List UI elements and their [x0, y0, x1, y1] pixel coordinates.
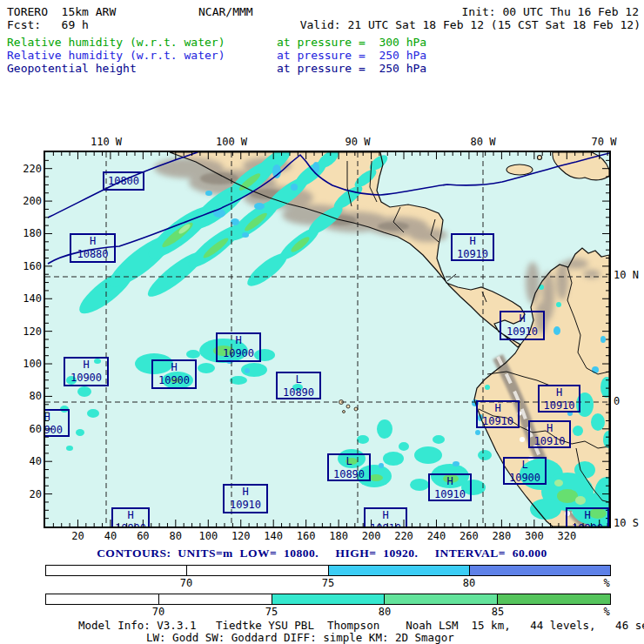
y-axis-label: 140 — [12, 292, 42, 305]
model-title: TORERO 15km ARW — [7, 5, 116, 18]
pressure-center-H: H10910 — [223, 484, 268, 513]
model-info-line2: LW: Godd SW: Goddard DIFF: simple KM: 2D… — [146, 631, 454, 644]
y-axis-label: 20 — [12, 488, 42, 500]
y-axis-label: 180 — [12, 227, 42, 239]
colorbar-tick-label: 80 — [452, 577, 486, 589]
x-axis-label: 220 — [388, 530, 419, 542]
field-level-0: at pressure = 300 hPa — [277, 37, 426, 49]
colorbar-segment — [272, 594, 385, 604]
colorbar-segment — [46, 566, 186, 575]
x-axis-label: 180 — [323, 530, 354, 542]
colorbar-tick-label: 80 — [367, 606, 402, 618]
colorbar-segment — [186, 566, 327, 575]
x-axis-label: 160 — [291, 530, 322, 542]
pressure-center-H: H10910 — [364, 507, 407, 528]
x-axis-label: 40 — [95, 530, 126, 542]
colorbar-segment — [497, 594, 610, 604]
rh-250hPa-scale — [45, 565, 611, 576]
map-plot-area: 10800H10880H10910H10910H10900H10900H1090… — [44, 151, 611, 528]
colorbar-tick-label: 75 — [254, 606, 289, 618]
pressure-center-H: H10910 — [428, 473, 472, 501]
pressure-center-L: L10890 — [276, 372, 321, 399]
pressure-center-H: H10910 — [476, 400, 520, 428]
contour-value-label: 10800 — [103, 171, 144, 191]
colorbar-segment — [46, 594, 158, 604]
x-axis-label: 280 — [486, 530, 517, 542]
colorbar-segment — [384, 594, 497, 604]
field-level-1: at pressure = 250 hPa — [277, 50, 426, 62]
pressure-center-H: H10880 — [70, 233, 116, 263]
weather-chart-page: TORERO 15km ARW NCAR/MMM Init: 00 UTC Th… — [0, 0, 644, 644]
y-axis-label: 100 — [12, 358, 42, 370]
lon-tick-label: 80 W — [459, 136, 507, 148]
pressure-center-H: H10910 — [528, 420, 571, 448]
x-axis-label: 60 — [127, 530, 158, 542]
y-axis-label: 60 — [12, 423, 42, 435]
rh-300hPa-scale — [45, 594, 611, 605]
pressure-center-H: H10910 — [451, 233, 494, 261]
y-axis-label: 80 — [12, 390, 42, 402]
contour-info: CONTOURS: UNITS=m LOW= 10800. HIGH= 1092… — [0, 547, 644, 560]
colorbar-tick-label: 85 — [480, 606, 515, 618]
field-level-2: at pressure = 250 hPa — [277, 63, 426, 75]
islet — [538, 156, 542, 160]
field-name-1: Relative humidity (w.r.t. water) — [7, 50, 225, 62]
pressure-center-H: H10900 — [566, 507, 609, 528]
colorbar-segment — [328, 566, 469, 575]
colorbar-tick-label: 70 — [169, 577, 204, 589]
y-axis-label: 220 — [12, 163, 42, 175]
x-axis-label: 240 — [420, 530, 452, 542]
colorbar-tick-label: % — [589, 606, 624, 618]
forecast-hour: Fcst: 69 h — [7, 18, 89, 31]
pressure-center-H: H10910 — [500, 311, 545, 340]
center-name: NCAR/MMM — [198, 5, 253, 18]
island-jamaica — [506, 164, 533, 175]
model-info-line1: Model Info: V3.3.1 Tiedtke YSU PBL Thomp… — [78, 619, 644, 632]
y-axis-label: 120 — [12, 325, 42, 338]
pressure-center-L: L10900 — [503, 457, 547, 485]
valid-time: Valid: 21 UTC Sat 18 Feb 12 (15 CST Sat … — [300, 18, 641, 31]
pressure-center-H: H10900 — [44, 409, 70, 437]
colorbar-tick-label: % — [589, 577, 624, 589]
colorbar-tick-label: 75 — [311, 577, 345, 589]
lon-tick-label: 110 W — [82, 136, 131, 148]
lat-tick-label: 0 — [614, 395, 620, 407]
pressure-center-L: L10890 — [327, 453, 371, 481]
colorbar-segment — [469, 566, 610, 575]
x-axis-label: 80 — [160, 530, 191, 542]
y-axis-label: 40 — [12, 455, 42, 467]
lat-tick-label: 10 N — [614, 269, 639, 281]
y-axis-label: 200 — [12, 195, 42, 207]
lat-tick-label: 10 S — [614, 517, 639, 529]
x-axis-label: 260 — [453, 530, 485, 542]
field-name-2: Geopotential height — [7, 63, 137, 75]
x-axis-label: 140 — [258, 530, 289, 542]
colorbar-segment — [158, 594, 272, 604]
pressure-center-H: H10910 — [538, 385, 580, 413]
pressure-center-H: H10900 — [216, 332, 261, 362]
lon-tick-label: 100 W — [207, 136, 256, 148]
x-axis-label: 100 — [192, 530, 224, 542]
pressure-center-H: H10900 — [64, 357, 109, 386]
x-axis-label: 200 — [356, 530, 387, 542]
field-name-0: Relative humidity (w.r.t. water) — [7, 37, 225, 49]
lon-tick-label: 70 W — [580, 136, 628, 148]
pressure-center-H: H10900 — [111, 507, 150, 528]
x-axis-label: 320 — [551, 530, 582, 542]
lon-tick-label: 90 W — [333, 136, 382, 148]
colorbar-tick-label: 70 — [141, 606, 176, 618]
x-axis-label: 300 — [519, 530, 550, 542]
y-axis-label: 160 — [12, 260, 42, 272]
x-axis-label: 120 — [225, 530, 257, 542]
init-time: Init: 00 UTC Thu 16 Feb 12 — [462, 5, 640, 18]
x-axis-label: 20 — [62, 530, 93, 542]
pressure-center-H: H10900 — [151, 359, 197, 389]
